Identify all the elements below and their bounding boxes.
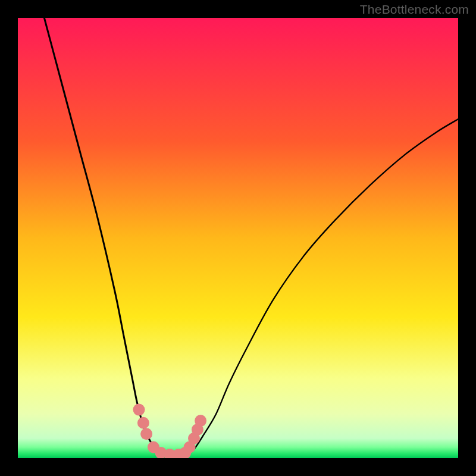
chart-stage: TheBottleneck.com — [0, 0, 476, 476]
marker-dot — [133, 404, 145, 416]
chart-svg — [0, 0, 476, 476]
marker-dot — [137, 417, 149, 429]
plot-background — [18, 18, 458, 458]
marker-dot — [140, 428, 152, 440]
watermark-text: TheBottleneck.com — [360, 2, 469, 17]
marker-dot — [195, 415, 206, 427]
